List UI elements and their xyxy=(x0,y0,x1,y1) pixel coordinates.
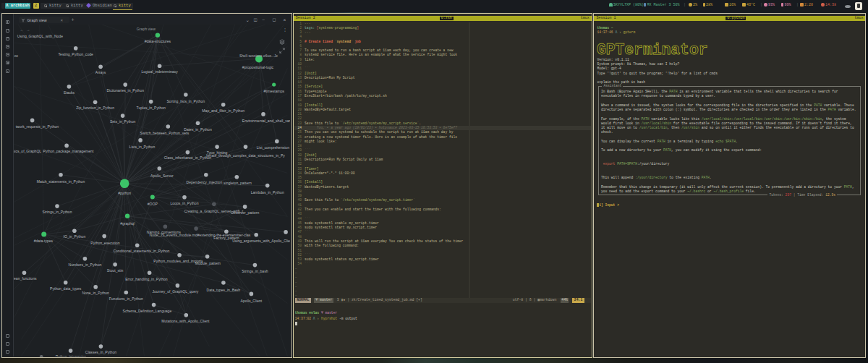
svg-text:#data-structures: #data-structures xyxy=(145,39,171,43)
svg-text:Logical_indeterminacy: Logical_indeterminacy xyxy=(141,69,178,74)
svg-text:ce: ce xyxy=(14,54,19,58)
svg-text:Zip_function_in_Python: Zip_function_in_Python xyxy=(76,106,114,110)
svg-text:singleton_pattern: singleton_pattern xyxy=(224,181,252,185)
svg-text:Sets_in_Python: Sets_in_Python xyxy=(110,119,136,124)
svg-text:Loops_in_Python: Loops_in_Python xyxy=(170,202,198,206)
svg-text:Lambdas_in_Python: Lambdas_in_Python xyxy=(251,190,284,195)
svg-text:Arrays: Arrays xyxy=(95,70,106,74)
svg-text:IO_in_Python: IO_in_Python xyxy=(64,234,86,239)
svg-text:Shell-sessions-e6uo...Jc: Shell-sessions-e6uo...Jc xyxy=(239,54,278,58)
svg-text:Module_pattern: Module_pattern xyxy=(195,261,221,265)
svg-text:Using_arguments_with_Apollo_Cl: Using_arguments_with_Apollo_Clien xyxy=(232,239,290,243)
svg-text:twork_requests_in_Python: twork_requests_in_Python xyxy=(16,124,59,129)
svg-text:Conditional_statements_in_Pyth: Conditional_statements_in_Python xyxy=(113,249,169,253)
svg-text:#propositional-logic: #propositional-logic xyxy=(242,65,274,69)
svg-text:Switch_between_Python_vers: Switch_between_Python_vers xyxy=(140,131,190,135)
svg-text:None_in_Python: None_in_Python xyxy=(82,291,110,296)
svg-text:Iterate_through_complex_data_s: Iterate_through_complex_data_structures_… xyxy=(206,153,285,158)
svg-text:Class_inheritance_in_Python: Class_inheritance_in_Python xyxy=(164,155,212,160)
svg-text:Journey_of_GraphQL_query: Journey_of_GraphQL_query xyxy=(152,289,198,294)
svg-text:Lists_in_Python: Lists_in_Python xyxy=(129,145,156,149)
svg-text:Error_handling_in_Python: Error_handling_in_Python xyxy=(125,278,168,282)
svg-text:Stout_stin: Stout_stin xyxy=(107,268,124,273)
svg-text:Testing_Python_code: Testing_Python_code xyxy=(59,52,93,56)
svg-text:#python: #python xyxy=(118,191,131,195)
svg-text:Environmental_and_shell_variab: Environmental_and_shell_variab xyxy=(242,119,290,123)
svg-text:Schema_Definition_Language: Schema_Definition_Language xyxy=(123,309,172,314)
svg-text:Strings_in_bash: Strings_in_bash xyxy=(242,269,268,273)
svg-text:Apollo_Client: Apollo_Client xyxy=(241,299,263,303)
svg-text:Match_statements_in_Python: Match_statements_in_Python xyxy=(37,179,85,184)
svg-text:Mutations_with_Apollo_Client: Mutations_with_Apollo_Client xyxy=(161,320,210,324)
svg-text:Python_package_management: Python_package_management xyxy=(43,149,93,153)
svg-text:#data-types: #data-types xyxy=(34,239,54,243)
svg-text:Observer_pattern: Observer_pattern xyxy=(231,210,259,215)
svg-text:Python_data_types: Python_data_types xyxy=(50,286,82,291)
svg-text:Python_interpreter: Python_interpreter xyxy=(56,354,86,356)
svg-text:#graphql: #graphql xyxy=(120,221,135,226)
svg-text:Dependency_injection: Dependency_injection xyxy=(187,180,223,184)
svg-text:Map_and_filter_in_Python: Map_and_filter_in_Python xyxy=(202,109,244,114)
svg-text:List_comprehension: List_comprehension xyxy=(257,145,289,150)
svg-text:Classes_in_Python: Classes_in_Python xyxy=(85,350,116,354)
svg-text:Stacks: Stacks xyxy=(64,90,75,95)
svg-text:Functions_in_Python: Functions_in_Python xyxy=(109,296,143,301)
svg-text:Sorting_lists_in_Python: Sorting_lists_in_Python xyxy=(166,99,205,103)
svg-text:Using_GraphQL_with_Node: Using_GraphQL_with_Node xyxy=(17,34,63,38)
svg-text:#timestamps: #timestamps xyxy=(263,89,284,93)
svg-text:Dictionaries_in_Python: Dictionaries_in_Python xyxy=(106,88,144,93)
svg-text:Clean_functions: Clean_functions xyxy=(10,277,37,281)
svg-text:Strings_in_Python: Strings_in_Python xyxy=(43,210,72,214)
svg-text:#OOP: #OOP xyxy=(148,202,158,206)
svg-text:Tuples_in_Python: Tuples_in_Python xyxy=(137,106,166,110)
svg-text:Apollo_Server: Apollo_Server xyxy=(150,174,174,178)
svg-text:Data_types_in_Bash: Data_types_in_Bash xyxy=(207,288,241,292)
svg-text:Numbers_in_Python: Numbers_in_Python xyxy=(69,262,102,267)
svg-text:Python_execution: Python_execution xyxy=(90,241,119,245)
